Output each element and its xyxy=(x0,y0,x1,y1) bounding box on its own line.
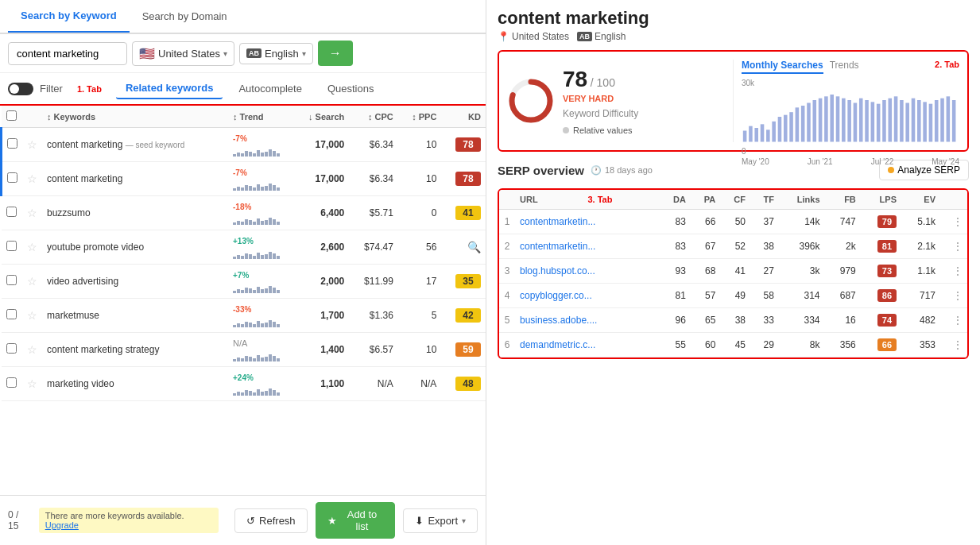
row-star-cell[interactable]: ☆ xyxy=(22,265,42,299)
row-star-cell[interactable]: ☆ xyxy=(22,128,42,162)
row-star-cell[interactable]: ☆ xyxy=(22,333,42,367)
serp-table-wrap: URL 3. Tab DA PA CF TF Links FB LPS EV xyxy=(498,188,969,359)
row-star-cell[interactable]: ☆ xyxy=(22,367,42,401)
language-icon: AB xyxy=(246,48,261,58)
serp-url[interactable]: contentmarketin... xyxy=(515,234,660,259)
select-all-checkbox[interactable] xyxy=(6,110,17,121)
serp-url[interactable]: contentmarketin... xyxy=(515,210,660,234)
row-star-cell[interactable]: ☆ xyxy=(22,299,42,333)
row-star-cell[interactable]: ☆ xyxy=(22,196,42,230)
serp-url[interactable]: blog.hubspot.co... xyxy=(515,259,660,284)
row-checkbox[interactable] xyxy=(6,207,17,217)
row-search-cell: 1,700 xyxy=(292,299,349,333)
chart-tab-monthly[interactable]: Monthly Searches xyxy=(742,60,823,74)
row-trend-cell: N/A xyxy=(228,333,292,367)
tab-questions[interactable]: Questions xyxy=(318,79,384,99)
row-checkbox[interactable] xyxy=(6,343,17,354)
tab-related-keywords[interactable]: Related keywords xyxy=(116,78,223,99)
serp-tf: 27 xyxy=(750,259,779,284)
col-header-cpc[interactable]: ↕ CPC xyxy=(349,106,398,128)
col-header-keywords[interactable]: ↕ Keywords xyxy=(42,106,228,128)
row-checkbox[interactable] xyxy=(6,241,17,251)
serp-col-pa[interactable]: PA xyxy=(691,190,720,210)
serp-table: URL 3. Tab DA PA CF TF Links FB LPS EV xyxy=(499,190,967,358)
serp-row-menu[interactable]: ⋮ xyxy=(940,333,967,358)
col-header-search[interactable]: ↓ Search xyxy=(292,106,349,128)
col-header-kd[interactable]: KD xyxy=(441,106,486,128)
serp-col-tf[interactable]: TF xyxy=(750,190,779,210)
count-info: 0 / 15 xyxy=(8,509,31,531)
serp-url[interactable]: copyblogger.co... xyxy=(515,284,660,308)
row-checkbox-cell xyxy=(2,230,23,265)
add-to-list-button[interactable]: ★ Add to list xyxy=(316,502,396,539)
svg-rect-13 xyxy=(807,103,811,142)
row-cpc-cell: $5.71 xyxy=(349,196,398,230)
table-row: ☆ marketmuse -33% 1,700 $1.36 5 42 xyxy=(2,299,486,333)
kd-search-icon: 🔍 xyxy=(467,241,481,253)
row-checkbox[interactable] xyxy=(7,138,17,149)
serp-rank: 6 xyxy=(499,333,515,358)
language-select[interactable]: AB English ▾ xyxy=(239,43,313,64)
row-star-cell[interactable]: ☆ xyxy=(22,162,42,196)
serp-url[interactable]: demandmetric.c... xyxy=(515,333,660,358)
serp-col-rank xyxy=(499,190,515,210)
serp-row-menu[interactable]: ⋮ xyxy=(940,284,967,308)
serp-row-menu[interactable]: ⋮ xyxy=(940,308,967,333)
keyword-text: youtube promote video xyxy=(47,242,144,253)
row-checkbox[interactable] xyxy=(6,377,17,388)
chart-tab-trends[interactable]: Trends xyxy=(830,60,859,74)
more-text: There are more keywords available. xyxy=(45,511,184,520)
serp-col-lps[interactable]: LPS xyxy=(861,190,901,210)
col-header-trend[interactable]: ↕ Trend xyxy=(228,106,292,128)
serp-tf: 33 xyxy=(750,308,779,333)
export-button[interactable]: ⬇ Export ▾ xyxy=(403,508,478,533)
trend-bars xyxy=(233,248,287,259)
svg-rect-6 xyxy=(766,129,770,141)
row-keyword-cell: content marketing — seed keyword xyxy=(42,128,228,162)
serp-col-links[interactable]: Links xyxy=(779,190,825,210)
language-label: English xyxy=(265,48,299,60)
svg-rect-38 xyxy=(952,100,956,142)
analyze-dot-icon xyxy=(888,167,894,173)
search-go-button[interactable]: → xyxy=(318,41,353,66)
trend-value: -7% xyxy=(233,134,247,143)
serp-ev: 1.1k xyxy=(901,259,940,284)
star-icon: ☆ xyxy=(27,343,37,356)
trend-value: -7% xyxy=(233,168,247,177)
row-checkbox[interactable] xyxy=(6,275,17,285)
kd-right: 2. Tab Monthly Searches Trends 30k xyxy=(742,60,959,142)
row-checkbox[interactable] xyxy=(7,172,17,183)
kd-title: Keyword Difficulty xyxy=(563,108,638,119)
serp-url[interactable]: business.adobe.... xyxy=(515,308,660,333)
rp-title: content marketing xyxy=(498,8,969,29)
table-row: ☆ marketing video +24% 1,100 N/A N/A 48 xyxy=(2,367,486,401)
svg-rect-36 xyxy=(940,99,944,142)
tab-autocomplete[interactable]: Autocomplete xyxy=(229,79,312,99)
filter-toggle[interactable] xyxy=(8,83,33,95)
serp-col-da[interactable]: DA xyxy=(660,190,691,210)
star-icon: ☆ xyxy=(27,309,37,322)
serp-row-menu[interactable]: ⋮ xyxy=(940,210,967,234)
refresh-button[interactable]: ↺ Refresh xyxy=(234,508,308,533)
serp-row-menu[interactable]: ⋮ xyxy=(940,259,967,284)
serp-col-fb[interactable]: FB xyxy=(825,190,861,210)
serp-fb: 979 xyxy=(825,259,861,284)
row-star-cell[interactable]: ☆ xyxy=(22,230,42,265)
tab-search-by-keyword[interactable]: Search by Keyword xyxy=(8,0,130,33)
country-select[interactable]: 🇺🇸 United States ▾ xyxy=(132,41,234,66)
serp-row-menu[interactable]: ⋮ xyxy=(940,234,967,259)
upgrade-link[interactable]: Upgrade xyxy=(45,520,79,530)
serp-col-ev[interactable]: EV xyxy=(901,190,940,210)
serp-da: 83 xyxy=(660,234,691,259)
row-cpc-cell: $1.36 xyxy=(349,299,398,333)
serp-col-cf[interactable]: CF xyxy=(720,190,750,210)
col-header-ppc[interactable]: ↕ PPC xyxy=(398,106,442,128)
star-icon: ☆ xyxy=(27,207,37,219)
trend-bars xyxy=(233,282,287,293)
search-input[interactable] xyxy=(8,42,127,65)
serp-pa: 65 xyxy=(691,308,720,333)
svg-rect-14 xyxy=(813,100,817,142)
tab-search-by-domain[interactable]: Search by Domain xyxy=(130,0,240,33)
row-checkbox[interactable] xyxy=(6,309,17,319)
kd-number: 78 xyxy=(563,67,587,91)
